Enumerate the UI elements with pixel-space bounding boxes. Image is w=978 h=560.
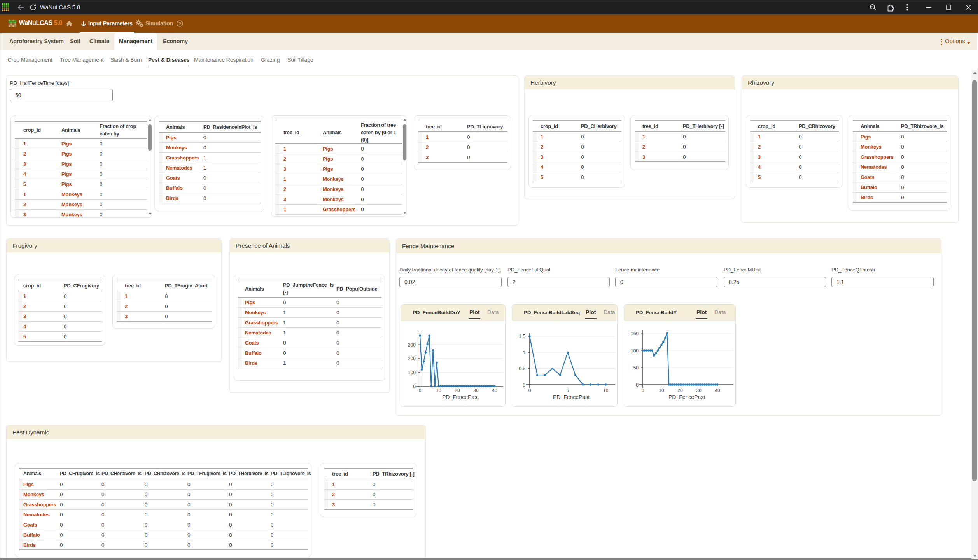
svg-text:30: 30 (473, 388, 479, 393)
svg-text:100: 100 (408, 370, 416, 375)
svg-text:5: 5 (567, 388, 569, 393)
svg-text:200: 200 (408, 356, 416, 361)
svg-text:50: 50 (633, 365, 639, 371)
svg-text:10: 10 (436, 388, 441, 393)
svg-text:30: 30 (696, 388, 702, 393)
svg-text:?: ? (178, 21, 181, 26)
svg-text:20: 20 (677, 388, 683, 393)
svg-text:0: 0 (636, 382, 639, 388)
svg-text:1.5: 1.5 (519, 334, 525, 339)
svg-text:PD_FencePast: PD_FencePast (668, 394, 705, 400)
svg-text:PD_FencePast: PD_FencePast (442, 394, 479, 400)
svg-text:0.5: 0.5 (519, 366, 525, 371)
svg-text:20: 20 (455, 388, 460, 393)
svg-text:150: 150 (631, 331, 639, 336)
svg-text:1: 1 (523, 350, 525, 355)
svg-text:0: 0 (413, 384, 416, 389)
svg-text:0: 0 (642, 388, 644, 393)
svg-text:0: 0 (523, 382, 525, 388)
svg-text:40: 40 (715, 388, 720, 393)
svg-text:300: 300 (408, 342, 416, 348)
svg-text:10: 10 (659, 388, 664, 393)
svg-text:0: 0 (528, 388, 531, 393)
svg-text:100: 100 (631, 348, 639, 354)
svg-text:PD_FencePast: PD_FencePast (553, 394, 590, 400)
svg-text:40: 40 (492, 388, 497, 393)
svg-text:10: 10 (603, 388, 609, 393)
svg-text:0: 0 (419, 388, 422, 393)
